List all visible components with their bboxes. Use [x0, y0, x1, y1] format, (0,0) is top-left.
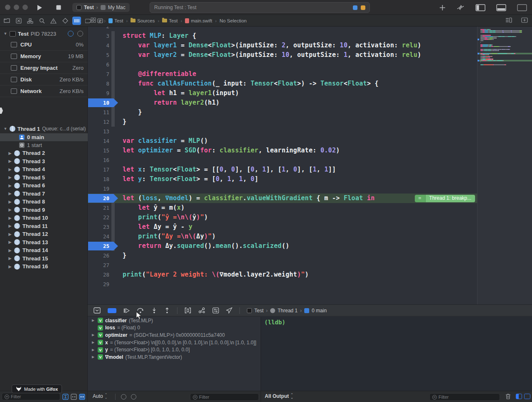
line-number[interactable]: 4: [88, 41, 109, 50]
line-number[interactable]: 17: [88, 165, 109, 174]
gauge-energy-impact[interactable]: Energy ImpactZero: [0, 62, 88, 74]
disclosure-triangle[interactable]: ▶: [92, 348, 96, 352]
line-number[interactable]: 8: [88, 79, 109, 88]
thread-row[interactable]: ▶Thread 5: [0, 174, 88, 182]
line-number[interactable]: 24: [88, 232, 109, 241]
thread-row[interactable]: ▶Thread 10: [0, 214, 88, 222]
info-icon[interactable]: [131, 394, 136, 400]
code-line-7[interactable]: 7 @differentiable: [88, 69, 477, 79]
thread-row[interactable]: ▶Thread 13: [0, 238, 88, 247]
environment-overrides-button[interactable]: [212, 307, 219, 314]
code-line-4[interactable]: 4 var layer1 = Dense<Float>(inputSize: 2…: [88, 41, 477, 50]
line-number[interactable]: 21: [88, 203, 109, 213]
code-area[interactable]: 23struct MLP: Layer {4 var layer1 = Dens…: [88, 27, 477, 304]
code-line-16[interactable]: 16: [88, 155, 477, 165]
stop-button[interactable]: [53, 2, 64, 12]
flag-continue-icon[interactable]: [121, 394, 126, 400]
show-console-pane-toggle[interactable]: [524, 394, 530, 399]
variable-row-classifier[interactable]: ▶Vclassifier (Test.MLP): [88, 317, 261, 324]
line-number[interactable]: 15: [88, 146, 109, 155]
disclosure-triangle[interactable]: ▶: [92, 341, 96, 344]
code-line-8[interactable]: 8 func callAsFunction(_ input: Tensor<Fl…: [88, 79, 477, 88]
disclosure-triangle[interactable]: ▶: [8, 184, 12, 188]
source-editor[interactable]: 23struct MLP: Layer {4 var layer1 = Dens…: [88, 27, 532, 304]
code-line-28[interactable]: 28print("Layer 2 weight: \(∇model.layer2…: [88, 270, 477, 279]
variable-row-∇model[interactable]: ▶V∇model (Test.MLP.TangentVector): [88, 353, 261, 361]
code-line-2[interactable]: 2: [88, 27, 477, 31]
code-line-6[interactable]: 6: [88, 60, 477, 69]
code-line-24[interactable]: 24 print("Δy =\n\(Δy)"): [88, 232, 477, 241]
code-line-20[interactable]: 20let (loss, ∇model) = classifier.valueW…: [88, 194, 477, 203]
close-window-button[interactable]: [5, 5, 10, 10]
add-editor-icon[interactable]: [521, 17, 528, 25]
debug-memory-graph-button[interactable]: [198, 307, 205, 314]
scheme-selector[interactable]: Test › My Mac: [72, 3, 130, 12]
thread-row[interactable]: ▶Thread 4: [0, 165, 88, 174]
disclosure-triangle[interactable]: ▶: [8, 240, 12, 244]
line-number[interactable]: 12: [88, 117, 109, 127]
thread-row[interactable]: ▶Thread 16: [0, 262, 88, 271]
disclosure-triangle[interactable]: ▶: [92, 355, 96, 359]
find-navigator-tab[interactable]: [37, 17, 46, 25]
disclosure-triangle[interactable]: ▶: [92, 333, 96, 337]
gauge-disk[interactable]: DiskZero KB/s: [0, 74, 88, 86]
gauge-memory[interactable]: Memory19 MB: [0, 51, 88, 62]
line-number[interactable]: 19: [88, 184, 109, 194]
navigator-pane-toggle[interactable]: [475, 4, 485, 11]
thread-row[interactable]: ▶Thread 6: [0, 181, 88, 190]
line-number[interactable]: 28: [88, 270, 109, 279]
code-line-27[interactable]: 27: [88, 260, 477, 270]
variable-row-x[interactable]: ▶Vx = (Tensor<Float>) \n[[0.0, 0.0],\n […: [88, 339, 261, 346]
disclosure-triangle[interactable]: ▶: [8, 191, 12, 196]
stack-frame-start[interactable]: 1 start: [0, 141, 88, 149]
code-line-14[interactable]: 14var classifier = MLP(): [88, 136, 477, 146]
breadcrumb-project[interactable]: Test: [108, 18, 123, 23]
back-button[interactable]: ‹: [99, 17, 101, 24]
step-out-button[interactable]: [164, 307, 170, 314]
breakpoint-hit-badge[interactable]: =Thread 1: breakp...: [415, 195, 475, 202]
code-line-23[interactable]: 23 let Δy = ŷ - y: [88, 222, 477, 232]
run-button[interactable]: [34, 2, 45, 12]
code-line-5[interactable]: 5 var layer2 = Dense<Float>(inputSize: 1…: [88, 50, 477, 60]
disclosure-triangle[interactable]: ▼: [3, 32, 7, 36]
disclosure-triangle[interactable]: ▶: [92, 319, 96, 322]
breadcrumb-selection[interactable]: No Selection: [219, 18, 246, 23]
code-line-10[interactable]: 10 return layer2(h1): [88, 98, 477, 108]
symbol-navigator-tab[interactable]: [26, 17, 34, 25]
variable-row-loss[interactable]: Vloss = (Float) 0: [88, 324, 261, 332]
thread-row[interactable]: ▶Thread 2: [0, 149, 88, 157]
line-number[interactable]: 23: [88, 222, 109, 232]
library-button[interactable]: [439, 5, 446, 11]
variables-filter-field[interactable]: [190, 393, 259, 401]
line-number[interactable]: 25: [88, 241, 109, 251]
console-filter-input[interactable]: [438, 395, 497, 400]
code-line-25[interactable]: 25 return Δy.squared().mean().scalarized…: [88, 241, 477, 251]
line-number[interactable]: 10: [88, 98, 109, 108]
line-number[interactable]: 13: [88, 127, 109, 136]
line-number[interactable]: 27: [88, 260, 109, 270]
line-number[interactable]: 7: [88, 69, 109, 79]
breakpoints-toggle-button[interactable]: [108, 308, 116, 313]
related-items-icon[interactable]: [91, 17, 96, 24]
show-running-threads-icon[interactable]: [70, 394, 77, 400]
variables-scope-menu[interactable]: Auto ⌃⌄: [93, 393, 107, 399]
inspector-pane-toggle[interactable]: [517, 4, 527, 11]
minimize-window-button[interactable]: [14, 5, 19, 10]
line-number[interactable]: 26: [88, 251, 109, 260]
disclosure-triangle[interactable]: ▶: [8, 200, 12, 204]
console-filter-field[interactable]: [429, 393, 500, 401]
stack-frame-main[interactable]: 0 main: [0, 133, 88, 141]
code-line-19[interactable]: 19: [88, 184, 477, 194]
variable-row-y[interactable]: ▶Vy = (Tensor<Float>) [0.0, 1.0, 1.0, 0.…: [88, 346, 261, 353]
line-number[interactable]: 22: [88, 213, 109, 222]
disclosure-triangle[interactable]: ▶: [8, 224, 12, 228]
clear-console-button[interactable]: [505, 393, 511, 401]
line-number[interactable]: 20: [88, 194, 109, 203]
debug-console[interactable]: (lldb): [261, 317, 532, 391]
source-control-navigator-tab[interactable]: [14, 17, 23, 25]
debug-navigator-tab[interactable]: [72, 17, 81, 25]
jump-thread[interactable]: Thread 1: [278, 308, 298, 314]
disclosure-triangle[interactable]: ▼: [3, 127, 7, 131]
code-line-11[interactable]: 11 }: [88, 108, 477, 117]
disclosure-triangle[interactable]: ▶: [8, 167, 12, 172]
